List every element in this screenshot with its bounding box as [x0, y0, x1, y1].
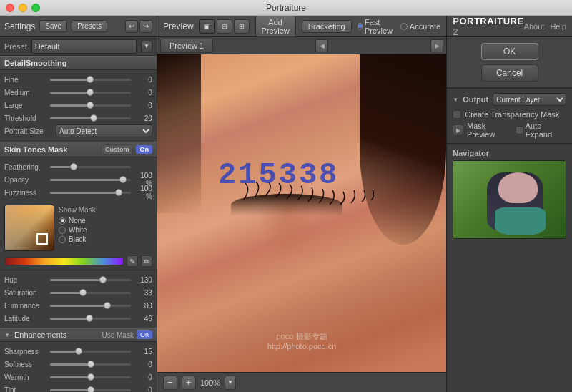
fuzziness-track[interactable] — [50, 192, 131, 194]
preview-nav-prev[interactable]: ◀ — [315, 39, 328, 52]
color-strip — [4, 257, 124, 265]
preview-tab-1-label: Preview 1 — [169, 41, 204, 50]
maximize-button[interactable] — [31, 4, 40, 12]
eyedropper-btn-1[interactable]: ✎ — [127, 255, 138, 267]
preset-dropdown-arrow[interactable]: ▼ — [141, 41, 152, 52]
medium-value: 0 — [134, 89, 152, 97]
help-link[interactable]: Help — [550, 22, 566, 31]
output-collapse-icon[interactable]: ▼ — [453, 97, 458, 103]
grid-view-btn[interactable]: ⊞ — [234, 19, 250, 34]
undo-icon[interactable]: ↩ — [125, 20, 138, 33]
warmth-track[interactable] — [50, 376, 131, 378]
fast-preview-label: Fast Preview — [365, 18, 395, 35]
minimize-button[interactable] — [19, 4, 27, 12]
preview-nav-next[interactable]: ▶ — [430, 39, 443, 52]
watermark: poco 摄影专题 http://photo.poco.cn — [267, 331, 337, 351]
create-transparency-checkbox[interactable] — [453, 110, 461, 119]
auto-expand-checkbox[interactable] — [516, 126, 523, 134]
warmth-label: Warmth — [4, 373, 47, 381]
zoom-out-button[interactable]: − — [163, 376, 177, 390]
radio-none[interactable]: None — [59, 217, 97, 225]
redo-icon[interactable]: ↪ — [139, 20, 152, 33]
portrait-size-row: Portrait Size Auto Detect — [4, 124, 152, 139]
save-button[interactable]: Save — [39, 20, 67, 32]
warmth-value: 0 — [134, 373, 152, 381]
show-mask-area: Show Mask: None White Black — [59, 205, 97, 251]
latitude-slider-row: Latitude 46 — [4, 312, 152, 325]
fine-slider-row: Fine 0 — [4, 73, 152, 86]
medium-track[interactable] — [50, 92, 131, 94]
radio-black[interactable]: Black — [59, 235, 97, 243]
watermark-line2: http://photo.poco.cn — [267, 342, 337, 351]
presets-button[interactable]: Presets — [72, 20, 107, 32]
right-links: About Help — [524, 22, 566, 31]
center-panel: Preview ▣ ⊟ ⊞ Add Preview Bracketing Fas… — [157, 16, 446, 392]
skin-tones-header: Skin Tones Mask Custom On — [0, 142, 157, 157]
tint-track[interactable] — [50, 389, 131, 391]
color-picker-area: Show Mask: None White Black — [0, 202, 157, 254]
single-view-btn[interactable]: ▣ — [199, 19, 215, 34]
mask-preview-row: ▶ Mask Preview Auto Expand — [453, 122, 566, 139]
radio-none-label: None — [69, 217, 86, 225]
enhancements-collapse-icon[interactable]: ▼ — [4, 332, 10, 338]
portrait-size-label: Portrait Size — [4, 127, 53, 135]
bracketing-button[interactable]: Bracketing — [302, 20, 352, 33]
preset-select[interactable]: Default — [31, 39, 137, 54]
add-preview-button[interactable]: Add Preview — [255, 16, 296, 37]
accurate-option[interactable]: Accurate — [400, 22, 440, 31]
enhancements-on-badge: On — [137, 330, 152, 339]
accurate-radio[interactable] — [400, 23, 408, 30]
fast-preview-radio[interactable] — [358, 23, 363, 30]
saturation-track[interactable] — [50, 292, 131, 294]
radio-white-circle[interactable] — [59, 227, 66, 234]
large-label: Large — [4, 102, 47, 109]
large-track[interactable] — [50, 104, 131, 107]
sharpness-track[interactable] — [50, 351, 131, 353]
medium-slider-row: Medium 0 — [4, 86, 152, 99]
zoom-dropdown[interactable]: ▼ — [225, 376, 236, 390]
enhancements-sliders: Sharpness 15 Softness 0 Warm — [0, 342, 157, 392]
color-swatch[interactable] — [4, 205, 54, 251]
eyedropper-btn-2[interactable]: ✏ — [141, 255, 152, 267]
threshold-track[interactable] — [50, 117, 131, 119]
radio-white[interactable]: White — [59, 226, 97, 234]
zoom-in-button[interactable]: + — [182, 376, 196, 390]
hair-left — [157, 54, 201, 213]
fine-label: Fine — [4, 76, 47, 84]
about-link[interactable]: About — [524, 22, 545, 31]
mask-preview-collapse[interactable]: ▶ — [453, 124, 463, 136]
cancel-button[interactable]: Cancel — [481, 64, 538, 82]
radio-none-circle[interactable] — [59, 217, 66, 225]
fine-track[interactable] — [50, 79, 131, 81]
preview-image: 215338 poco 摄影专题 http://photo.poco.cn — [157, 54, 446, 372]
saturation-label: Saturation — [4, 289, 47, 297]
softness-track[interactable] — [50, 363, 131, 366]
split-view-btn[interactable]: ⊟ — [217, 19, 232, 34]
nav-scarf — [495, 207, 546, 235]
hue-slider-row: Hue 130 — [4, 273, 152, 286]
preview-tab-1[interactable]: Preview 1 — [160, 39, 213, 53]
softness-value: 0 — [134, 361, 152, 368]
feathering-track[interactable] — [50, 166, 131, 168]
opacity-track[interactable] — [50, 179, 131, 181]
output-select[interactable]: Current Layer — [493, 93, 566, 106]
radio-black-circle[interactable] — [59, 236, 66, 243]
ok-cancel-area: OK Cancel — [447, 37, 572, 88]
portrait-size-select[interactable]: Auto Detect — [56, 124, 152, 137]
hue-track[interactable] — [50, 279, 131, 281]
luminance-track[interactable] — [50, 305, 131, 307]
traffic-lights — [6, 4, 40, 12]
saturation-value: 33 — [134, 289, 152, 297]
opacity-label: Opacity — [4, 176, 47, 184]
ok-button[interactable]: OK — [481, 43, 538, 60]
latitude-track[interactable] — [50, 318, 131, 320]
right-panel: PORTRAITURE 2 About Help OK Cancel ▼ Out… — [446, 16, 572, 392]
feathering-slider-row: Feathering — [4, 160, 152, 173]
app-logo: PORTRAITURE 2 — [453, 16, 523, 37]
fine-value: 0 — [134, 76, 152, 84]
fast-preview-option[interactable]: Fast Preview — [358, 18, 395, 35]
threshold-value: 20 — [134, 114, 152, 122]
close-button[interactable] — [6, 4, 14, 12]
warmth-slider-row: Warmth 0 — [4, 371, 152, 383]
sharpness-slider-row: Sharpness 15 — [4, 345, 152, 358]
